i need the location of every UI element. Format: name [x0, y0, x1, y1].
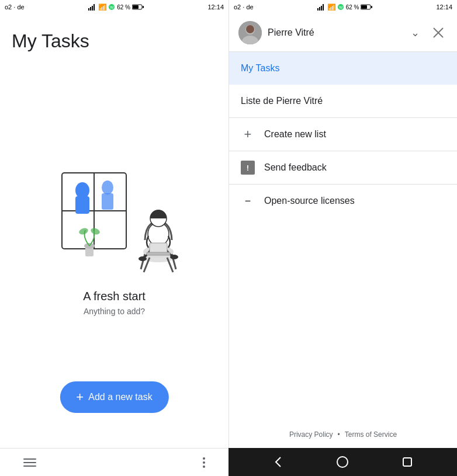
time-right: 12:14	[436, 4, 452, 11]
create-new-list-label: Create new list	[264, 129, 326, 140]
chevron-down-icon[interactable]: ⌄	[411, 26, 420, 39]
send-feedback-label: Send feedback	[264, 162, 327, 173]
avatar	[238, 21, 262, 44]
status-bar-left: o2 · de 📶 W 62 % 12:14	[0, 0, 228, 14]
status-icons-right: 📶 W 62 %	[317, 4, 373, 11]
terms-of-service-link[interactable]: Terms of Service	[345, 430, 397, 439]
add-icon: +	[76, 390, 84, 405]
svg-point-29	[78, 227, 88, 235]
battery-right: 62 %	[346, 4, 359, 11]
svg-text:W: W	[339, 5, 343, 9]
svg-rect-12	[321, 6, 322, 11]
svg-rect-41	[150, 243, 167, 253]
bottom-bar-left	[0, 448, 228, 476]
menu-item-liste-pierre[interactable]: Liste de Pierre Vitré	[229, 85, 457, 117]
svg-rect-1	[90, 7, 91, 11]
bottom-bar-right	[228, 448, 457, 476]
right-panel: Pierre Vitré ⌄ My Tasks Liste de Pierre …	[228, 14, 457, 448]
svg-point-23	[75, 182, 89, 199]
status-bar-right: o2 · de 📶 W 62 % 12:14	[228, 0, 457, 14]
svg-rect-18	[361, 5, 367, 9]
right-footer: Privacy Policy • Terms of Service	[229, 421, 457, 448]
svg-rect-13	[323, 4, 324, 11]
illustration	[50, 155, 179, 278]
right-panel-header: Pierre Vitré ⌄	[229, 14, 457, 51]
svg-rect-51	[403, 458, 411, 466]
svg-rect-11	[319, 7, 320, 11]
svg-point-46	[246, 25, 254, 33]
page-title: My Tasks	[12, 30, 217, 52]
status-bar: o2 · de 📶 W 62 % 12:14 o2 · de 📶 W 62 % …	[0, 0, 457, 14]
svg-point-30	[89, 227, 100, 235]
plus-icon: +	[241, 127, 255, 141]
time-left: 12:14	[207, 4, 224, 11]
svg-rect-10	[317, 8, 318, 11]
nav-recents-button[interactable]	[400, 455, 414, 469]
add-task-button[interactable]: + Add a new task	[60, 381, 168, 413]
empty-state-subtitle: Anything to add?	[84, 307, 145, 316]
dash-icon: −	[241, 194, 255, 208]
svg-point-40	[170, 255, 178, 259]
carrier-left: o2 · de	[5, 4, 25, 11]
main-container: My Tasks	[0, 14, 457, 448]
svg-point-39	[139, 256, 147, 261]
open-source-item[interactable]: − Open-source licenses	[229, 185, 457, 217]
nav-back-button[interactable]	[271, 455, 285, 469]
left-header: My Tasks	[0, 14, 228, 58]
svg-rect-19	[371, 6, 372, 8]
more-options-icon[interactable]	[203, 457, 205, 468]
user-name: Pierre Vitré	[268, 27, 411, 38]
open-source-label: Open-source licenses	[264, 196, 355, 206]
left-panel: My Tasks	[0, 14, 228, 448]
feedback-icon: !	[241, 161, 255, 175]
svg-rect-42	[147, 252, 170, 255]
create-new-list-item[interactable]: + Create new list	[229, 118, 457, 151]
menu-item-my-tasks[interactable]: My Tasks	[229, 52, 457, 85]
my-tasks-label: My Tasks	[241, 63, 279, 74]
svg-rect-0	[88, 8, 89, 11]
privacy-policy-link[interactable]: Privacy Policy	[289, 430, 333, 439]
carrier-right: o2 · de	[234, 4, 254, 11]
svg-rect-2	[92, 6, 93, 11]
liste-pierre-label: Liste de Pierre Vitré	[241, 96, 323, 106]
svg-text:W: W	[110, 5, 114, 9]
status-icons-left: 📶 W 62 %	[88, 4, 144, 11]
svg-text:📶: 📶	[98, 4, 106, 11]
svg-point-25	[102, 180, 113, 194]
svg-rect-8	[133, 5, 139, 9]
svg-rect-26	[102, 193, 113, 210]
hamburger-icon[interactable]	[23, 458, 36, 467]
svg-point-50	[337, 457, 348, 467]
battery-left: 62 %	[117, 4, 130, 11]
bottom-bars	[0, 448, 457, 476]
svg-rect-9	[143, 6, 144, 8]
empty-state-title: A fresh start	[83, 290, 146, 303]
send-feedback-item[interactable]: ! Send feedback	[229, 151, 457, 184]
add-task-label: Add a new task	[88, 392, 152, 402]
footer-dot: •	[338, 430, 340, 439]
svg-rect-24	[75, 196, 89, 214]
nav-home-button[interactable]	[335, 455, 349, 469]
svg-rect-3	[94, 4, 95, 11]
svg-text:📶: 📶	[327, 4, 335, 11]
close-button[interactable]	[429, 23, 448, 42]
